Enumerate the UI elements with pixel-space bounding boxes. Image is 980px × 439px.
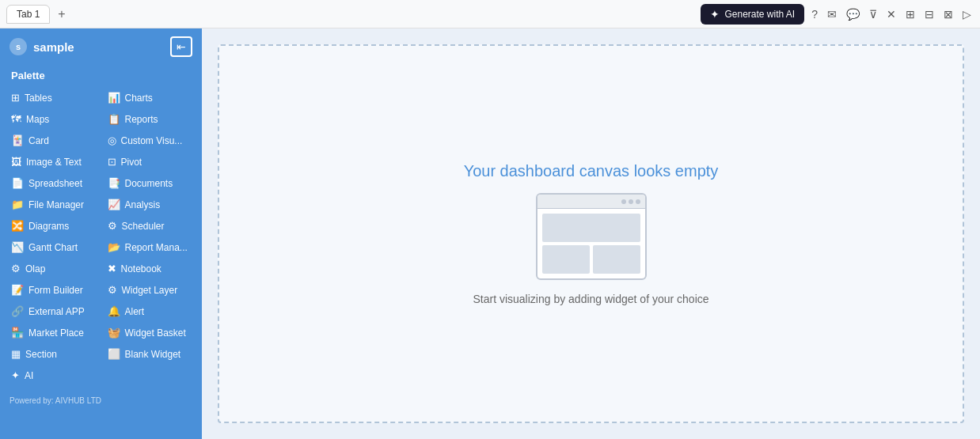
empty-canvas-title: Your dashboard canvas looks empty [464, 162, 719, 180]
image-text-label: Image & Text [26, 157, 82, 168]
top-bar: Tab 1 + ✦ Generate with AI ? ✉ 💬 ⊽ ✕ ⊞ ⊟… [0, 0, 980, 28]
canvas-container[interactable]: Your dashboard canvas looks empty Star [218, 44, 964, 423]
mock-cell-1 [542, 245, 590, 274]
external-app-label: External APP [28, 306, 85, 317]
widget-basket-icon: 🧺 [108, 327, 120, 339]
blank-widget-icon: ⬜ [108, 348, 120, 360]
add-tab-button[interactable]: + [53, 6, 70, 23]
card-icon: 🃏 [11, 134, 24, 146]
form-builder-label: Form Builder [28, 285, 83, 296]
spreadsheet-label: Spreadsheet [28, 178, 82, 189]
sidebar-item-alert[interactable]: 🔔 Alert [101, 301, 198, 321]
section-label: Section [25, 349, 57, 360]
resize-icon[interactable]: ⊠ [941, 6, 955, 23]
filter-icon[interactable]: ⊽ [867, 6, 879, 23]
sidebar-item-pivot[interactable]: ⊡ Pivot [101, 152, 198, 172]
cross-icon[interactable]: ✕ [884, 6, 898, 23]
gantt-chart-label: Gantt Chart [28, 242, 78, 253]
generate-ai-label: Generate with AI [724, 9, 795, 20]
market-place-label: Market Place [28, 327, 84, 339]
sidebar-item-diagrams[interactable]: 🔀 Diagrams [5, 216, 101, 236]
help-icon[interactable]: ? [809, 6, 820, 23]
minus-grid-icon[interactable]: ⊟ [922, 6, 936, 23]
dot-3 [636, 199, 640, 204]
sidebar-item-scheduler[interactable]: ⚙ Scheduler [101, 216, 198, 236]
analysis-icon: 📈 [108, 199, 120, 210]
grid-icon[interactable]: ⊞ [903, 6, 917, 23]
sidebar-footer: Powered by: AIVHUB LTD [0, 392, 202, 410]
tables-icon: ⊞ [11, 92, 20, 104]
market-place-icon: 🏪 [11, 327, 24, 339]
sidebar-item-documents[interactable]: 📑 Documents [101, 173, 198, 193]
charts-label: Charts [125, 93, 153, 104]
palette-title: Palette [0, 65, 202, 88]
collapse-sidebar-button[interactable]: ⇤ [170, 36, 192, 57]
sidebar-item-spreadsheet[interactable]: 📄 Spreadsheet [5, 173, 101, 193]
sidebar-item-form-builder[interactable]: 📝 Form Builder [5, 280, 101, 300]
widget-layer-icon: ⚙ [108, 284, 117, 296]
play-icon[interactable]: ▷ [960, 6, 974, 23]
report-mana-label: Report Mana... [125, 242, 188, 253]
sidebar-item-blank-widget[interactable]: ⬜ Blank Widget [101, 344, 198, 364]
form-builder-icon: 📝 [11, 284, 24, 296]
sidebar-item-reports[interactable]: 📋 Reports [101, 109, 198, 129]
notebook-icon: ✖ [108, 263, 116, 274]
sidebar-item-ai[interactable]: ✦ AI [5, 365, 101, 385]
palette-grid: ⊞ Tables 📊 Charts 🗺 Maps 📋 Reports 🃏 Car… [0, 88, 202, 392]
gantt-chart-icon: 📉 [11, 241, 24, 253]
sidebar-item-maps[interactable]: 🗺 Maps [5, 109, 101, 129]
ai-icon: ✦ [11, 369, 20, 381]
analysis-label: Analysis [125, 199, 161, 210]
sidebar-item-charts[interactable]: 📊 Charts [101, 88, 198, 108]
sidebar-item-report-mana[interactable]: 📂 Report Mana... [101, 237, 198, 257]
file-manager-icon: 📁 [11, 199, 24, 210]
sidebar-item-image-text[interactable]: 🖼 Image & Text [5, 152, 101, 172]
app-name: sample [33, 40, 74, 54]
sidebar-item-widget-layer[interactable]: ⚙ Widget Layer [101, 280, 198, 300]
sidebar-item-notebook[interactable]: ✖ Notebook [101, 259, 198, 278]
mail-icon[interactable]: ✉ [825, 6, 839, 23]
sidebar-item-market-place[interactable]: 🏪 Market Place [5, 323, 101, 342]
mock-cell-wide [542, 214, 640, 242]
sidebar-item-card[interactable]: 🃏 Card [5, 131, 101, 150]
sidebar-item-widget-basket[interactable]: 🧺 Widget Basket [101, 323, 198, 342]
sidebar-item-external-app[interactable]: 🔗 External APP [5, 301, 101, 321]
maps-label: Maps [26, 114, 49, 125]
canvas-area: Your dashboard canvas looks empty Star [202, 28, 980, 439]
generate-ai-button[interactable]: ✦ Generate with AI [701, 4, 804, 25]
widget-layer-label: Widget Layer [122, 285, 178, 296]
spreadsheet-icon: 📄 [11, 177, 24, 189]
tab-area: Tab 1 + [6, 5, 70, 24]
tab-1-label: Tab 1 [17, 9, 40, 20]
notebook-label: Notebook [121, 263, 161, 274]
sidebar-item-file-manager[interactable]: 📁 File Manager [5, 195, 101, 214]
sidebar-header: s sample ⇤ [0, 28, 202, 65]
olap-label: Olap [25, 263, 45, 274]
mockup-widget [536, 193, 647, 280]
custom-visu-label: Custom Visu... [121, 135, 183, 146]
diagrams-label: Diagrams [28, 221, 69, 232]
tables-label: Tables [25, 93, 52, 104]
sidebar-item-analysis[interactable]: 📈 Analysis [101, 195, 198, 214]
main-layout: s sample ⇤ Palette ⊞ Tables 📊 Charts 🗺 M… [0, 28, 980, 439]
mockup-titlebar [537, 195, 645, 209]
app-logo: s sample [9, 38, 74, 55]
chat-icon[interactable]: 💬 [844, 6, 862, 23]
dot-2 [629, 199, 633, 204]
sidebar-item-olap[interactable]: ⚙ Olap [5, 259, 101, 278]
scheduler-label: Scheduler [122, 221, 165, 232]
sidebar-item-custom-visu[interactable]: ◎ Custom Visu... [101, 131, 198, 150]
sidebar-item-section[interactable]: ▦ Section [5, 344, 101, 364]
sidebar-item-gantt-chart[interactable]: 📉 Gantt Chart [5, 237, 101, 257]
tab-1[interactable]: Tab 1 [6, 5, 50, 24]
image-text-icon: 🖼 [11, 156, 21, 168]
diagrams-icon: 🔀 [11, 220, 24, 232]
file-manager-label: File Manager [28, 199, 84, 210]
mock-cell-2 [593, 245, 640, 274]
spark-icon: ✦ [710, 8, 720, 21]
olap-icon: ⚙ [11, 263, 21, 274]
sidebar-item-tables[interactable]: ⊞ Tables [5, 88, 101, 108]
maps-icon: 🗺 [11, 113, 21, 125]
widget-basket-label: Widget Basket [125, 327, 186, 339]
report-mana-icon: 📂 [108, 241, 120, 253]
